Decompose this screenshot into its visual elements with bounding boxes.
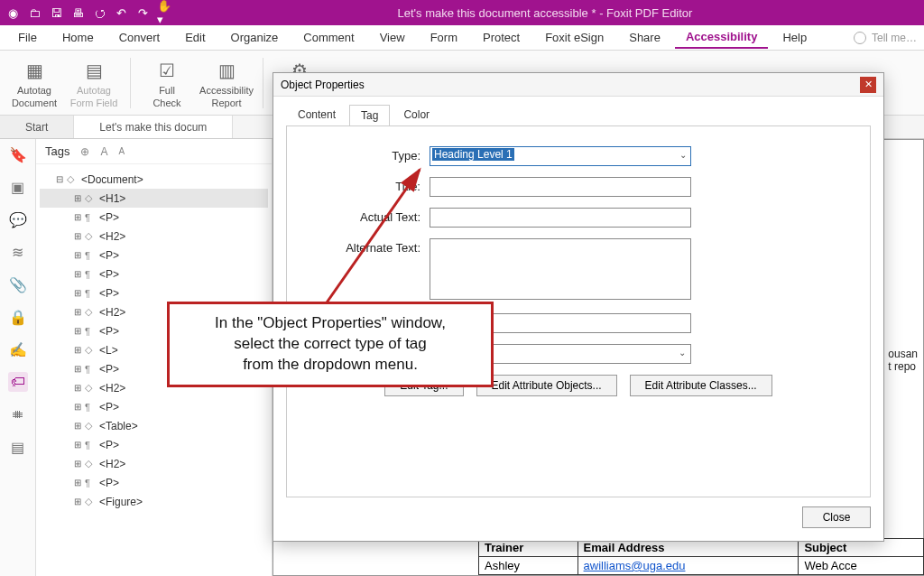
- bookmark-icon[interactable]: 🔖: [8, 144, 28, 164]
- menu-edit[interactable]: Edit: [174, 27, 216, 48]
- dialog-titlebar[interactable]: Object Properties ✕: [273, 73, 883, 97]
- expand-icon[interactable]: ⊞: [74, 345, 85, 355]
- tab-document[interactable]: Let's make this docum: [74, 116, 233, 138]
- expand-icon[interactable]: ⊞: [74, 421, 85, 431]
- ribbon-autotag-document[interactable]: ▦ Autotag Document: [7, 54, 61, 112]
- expand-icon[interactable]: ⊞: [74, 307, 85, 317]
- tags-icon[interactable]: 🏷: [8, 372, 28, 392]
- tag-type-icon: ◇: [67, 173, 79, 185]
- save-icon[interactable]: 🖫: [49, 5, 63, 20]
- type-select[interactable]: [430, 146, 691, 166]
- ribbon-accessibility-report[interactable]: ▥ Accessibility Report: [199, 54, 254, 112]
- redo-icon[interactable]: ↷: [135, 5, 150, 20]
- menu-file[interactable]: File: [7, 27, 48, 48]
- email-link[interactable]: awilliams@uga.edu: [584, 559, 686, 572]
- expand-icon[interactable]: ⊞: [74, 250, 85, 260]
- tree-node[interactable]: ⊞¶<P>: [40, 397, 268, 416]
- font-smaller-icon[interactable]: A: [118, 146, 125, 156]
- ribbon-full-check[interactable]: ☑ Full Check: [140, 54, 194, 112]
- tree-node[interactable]: ⊞◇<H2>: [40, 227, 268, 246]
- expand-icon[interactable]: ⊞: [74, 364, 85, 374]
- new-tag-icon[interactable]: ⊕: [80, 145, 89, 158]
- tag-type-icon: ◇: [85, 344, 97, 356]
- tag-type-icon: ¶: [85, 212, 97, 223]
- close-button[interactable]: Close: [802, 506, 871, 528]
- expand-icon[interactable]: ⊞: [74, 269, 85, 279]
- hand-icon[interactable]: ✋▾: [157, 5, 171, 20]
- expand-icon[interactable]: ⊞: [74, 231, 85, 241]
- open-icon[interactable]: 🗀: [27, 5, 42, 20]
- vertical-nav: 🔖 ▣ 💬 ≋ 📎 🔒 ✍ 🏷 ⩩ ▤: [0, 139, 36, 576]
- tree-node[interactable]: ⊞◇<H1>: [40, 189, 268, 208]
- menu-share[interactable]: Share: [618, 27, 671, 48]
- tree-node-label: <P>: [99, 363, 119, 376]
- tree-node[interactable]: ⊞¶<P>: [40, 246, 268, 265]
- menu-protect[interactable]: Protect: [472, 27, 531, 48]
- title-input[interactable]: [430, 177, 691, 197]
- tree-node[interactable]: ⊞◇<H2>: [40, 454, 268, 473]
- tab-tag[interactable]: Tag: [349, 105, 390, 126]
- menu-esign[interactable]: Foxit eSign: [534, 27, 614, 48]
- tree-node-label: <P>: [99, 325, 119, 338]
- tree-node-label: <P>: [99, 211, 119, 224]
- callout-line2: select the correct type of tag: [180, 334, 480, 355]
- security-icon[interactable]: 🔒: [8, 307, 28, 327]
- pages-icon[interactable]: ▣: [8, 177, 28, 197]
- menu-accessibility[interactable]: Accessibility: [675, 26, 769, 49]
- tell-me-search[interactable]: Tell me…: [854, 32, 917, 44]
- font-larger-icon[interactable]: A: [100, 145, 107, 158]
- expand-icon[interactable]: ⊞: [74, 497, 85, 506]
- fullcheck-icon: ☑: [154, 58, 180, 83]
- undo-nav-icon[interactable]: ⭯: [92, 5, 106, 20]
- menu-form[interactable]: Form: [420, 27, 468, 48]
- expand-icon[interactable]: ⊞: [74, 326, 85, 336]
- expand-icon[interactable]: ⊞: [74, 193, 85, 203]
- expand-icon[interactable]: ⊟: [56, 174, 67, 184]
- expand-icon[interactable]: ⊞: [74, 288, 85, 298]
- attachments-icon[interactable]: 📎: [8, 274, 28, 294]
- tree-node-label: <H2>: [99, 230, 125, 243]
- expand-icon[interactable]: ⊞: [74, 459, 85, 469]
- edit-attr-objects-button[interactable]: Edit Attribute Objects...: [476, 375, 617, 396]
- print-icon[interactable]: 🖶: [70, 5, 85, 20]
- menu-help[interactable]: Help: [772, 27, 818, 48]
- tree-node-label: <H2>: [99, 306, 125, 319]
- tab-start[interactable]: Start: [0, 116, 74, 138]
- tree-node[interactable]: ⊞¶<P>: [40, 283, 268, 302]
- expand-icon[interactable]: ⊞: [74, 383, 85, 393]
- actual-text-input[interactable]: [430, 208, 691, 228]
- alt-text-input[interactable]: [430, 238, 691, 300]
- type-label: Type:: [312, 146, 430, 163]
- menu-organize[interactable]: Organize: [220, 27, 290, 48]
- undo-icon[interactable]: ↶: [114, 5, 128, 20]
- tree-node[interactable]: ⊞◇<Table>: [40, 416, 268, 435]
- expand-icon[interactable]: ⊞: [74, 212, 85, 222]
- menu-comment[interactable]: Comment: [292, 27, 365, 48]
- tree-node[interactable]: ⊞¶<P>: [40, 208, 268, 227]
- menu-home[interactable]: Home: [51, 27, 105, 48]
- menu-view[interactable]: View: [369, 27, 416, 48]
- tree-node[interactable]: ⊟◇<Document>: [40, 170, 268, 189]
- tree-node[interactable]: ⊞¶<P>: [40, 265, 268, 283]
- content-icon[interactable]: ▤: [8, 437, 28, 457]
- order-icon[interactable]: ⩩: [8, 404, 28, 424]
- expand-icon[interactable]: ⊞: [74, 402, 85, 412]
- layers-icon[interactable]: ≋: [8, 242, 28, 262]
- expand-icon[interactable]: ⊞: [74, 440, 85, 450]
- expand-icon[interactable]: ⊞: [74, 478, 85, 488]
- comments-icon[interactable]: 💬: [8, 209, 28, 229]
- tree-node[interactable]: ⊞◇<Figure>: [40, 492, 268, 511]
- tab-content[interactable]: Content: [286, 104, 347, 125]
- behind-text: ousan t repo: [888, 348, 918, 373]
- actual-text-label: Actual Text:: [312, 208, 430, 224]
- callout-line1: In the "Object Properties" window,: [180, 313, 480, 334]
- menu-convert[interactable]: Convert: [108, 27, 171, 48]
- signatures-icon[interactable]: ✍: [8, 339, 28, 359]
- tag-type-icon: ¶: [85, 250, 97, 261]
- ribbon-autotag-formfield[interactable]: ▤ Autotag Form Field: [67, 54, 121, 112]
- tree-node[interactable]: ⊞¶<P>: [40, 473, 268, 492]
- tree-node[interactable]: ⊞¶<P>: [40, 435, 268, 454]
- close-icon[interactable]: ✕: [860, 77, 876, 93]
- edit-attr-classes-button[interactable]: Edit Attribute Classes...: [630, 375, 772, 396]
- tab-color[interactable]: Color: [392, 104, 441, 125]
